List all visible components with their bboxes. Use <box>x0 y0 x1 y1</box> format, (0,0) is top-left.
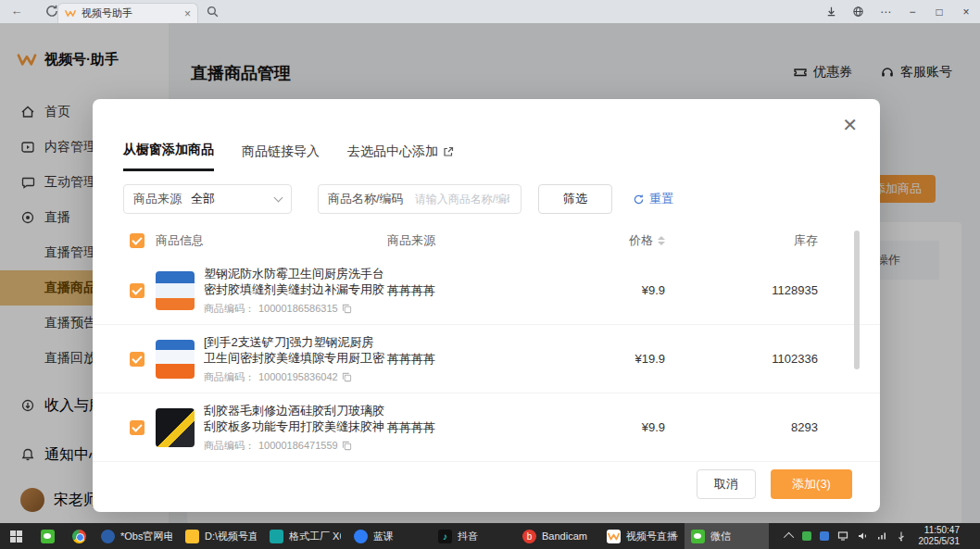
lanke-icon <box>354 530 368 543</box>
download-icon[interactable] <box>825 6 838 18</box>
close-button[interactable]: × <box>960 6 973 19</box>
column-price[interactable]: 价格 <box>545 232 665 249</box>
source-select[interactable]: 商品来源 全部 <box>123 184 292 214</box>
product-stock: 8293 <box>665 420 818 434</box>
browser-tab[interactable]: 视频号助手 × <box>57 3 198 23</box>
modal-tabs: 从橱窗添加商品 商品链接导入 去选品中心添加 <box>93 99 880 171</box>
chrome-icon[interactable] <box>63 523 94 549</box>
row-checkbox[interactable] <box>130 420 144 435</box>
tray-blue-icon[interactable] <box>820 531 829 541</box>
copy-icon[interactable] <box>342 441 352 451</box>
tab-title: 视频号助手 <box>82 6 179 20</box>
app-page: 视频号·助手 首页 内容管理 互动管理 直播 直播管理 直 <box>0 23 980 523</box>
maximize-button[interactable]: □ <box>933 6 946 19</box>
menu-more-icon[interactable]: ⋯ <box>879 6 892 19</box>
taskbar-app-live-companion[interactable]: 视频号直播伴侣 <box>600 523 685 549</box>
product-code: 商品编码：10000186471559 <box>204 439 385 453</box>
wechat-icon <box>691 530 705 543</box>
filter-button[interactable]: 筛选 <box>538 184 612 214</box>
select-all-checkbox[interactable] <box>130 233 144 248</box>
douyin-icon: ♪ <box>438 530 452 543</box>
minimize-button[interactable]: − <box>906 6 919 19</box>
product-code: 商品编码：10000186586315 <box>204 302 385 316</box>
product-thumbnail <box>156 408 195 447</box>
table-header: 商品信息 商品来源 价格 库存 <box>93 225 880 256</box>
system-tray[interactable] <box>802 530 907 542</box>
channels-favicon <box>65 8 76 19</box>
table-row: 塑钢泥防水防霉卫生间厨房洗手台密封胶填缝剂美缝封边补漏专用胶150ml... 商… <box>93 256 880 325</box>
browser-titlebar: ← 视频号助手 × ⋯ − □ × <box>0 0 980 23</box>
reset-button[interactable]: 重置 <box>633 191 673 207</box>
name-search-box: 商品名称/编码 <box>318 184 521 214</box>
table-row: [到手2支送铲刀]强力塑钢泥厨房卫生间密封胶美缝填隙专用厨卫密封胶150M...… <box>93 325 880 393</box>
reset-icon <box>633 193 645 206</box>
taskbar-app-wechat[interactable]: 微信 <box>685 523 769 549</box>
product-title: [到手2支送铲刀]强力塑钢泥厨房卫生间密封胶美缝填隙专用厨卫密封胶150M... <box>204 334 385 366</box>
product-source: 苒苒苒苒 <box>387 282 545 299</box>
scrollbar[interactable] <box>854 231 860 369</box>
copy-icon[interactable] <box>342 372 352 382</box>
taskbar-app-folder[interactable]: D:\视频号直播... <box>179 523 263 549</box>
column-info: 商品信息 <box>156 232 387 249</box>
start-button[interactable] <box>0 523 31 549</box>
product-price: ¥9.9 <box>545 283 665 297</box>
tab-close-icon[interactable]: × <box>184 7 191 20</box>
folder-icon <box>185 530 199 543</box>
external-link-icon <box>443 146 454 157</box>
windows-taskbar: *Obs官网电脑... D:\视频号直播... 格式工厂 X64 ... 蓝课 … <box>0 523 980 549</box>
confirm-add-button[interactable]: 添加(3) <box>771 469 852 499</box>
tray-network-icon[interactable] <box>876 530 887 542</box>
product-source: 苒苒苒苒 <box>387 351 545 368</box>
tab-from-showcase[interactable]: 从橱窗添加商品 <box>123 142 214 171</box>
taskbar-app-douyin[interactable]: ♪ 抖音 <box>432 523 516 549</box>
table-row: 刮胶器毛刺修边酒硅胶刮刀玻璃胶刮胶板多功能专用打胶美缝抹胶神器 商品编码：100… <box>93 393 880 462</box>
product-price: ¥19.9 <box>545 352 665 366</box>
back-icon[interactable]: ← <box>9 4 24 19</box>
product-stock: 1128935 <box>665 283 818 297</box>
name-search-input[interactable] <box>413 192 511 206</box>
tray-green-icon[interactable] <box>802 531 811 541</box>
search-icon[interactable] <box>206 5 220 19</box>
tray-usb-icon[interactable] <box>896 530 907 542</box>
tab-selection-center[interactable]: 去选品中心添加 <box>347 142 454 171</box>
wechat-pinned-icon[interactable] <box>31 523 63 549</box>
product-source: 苒苒苒苒 <box>387 419 545 436</box>
row-checkbox[interactable] <box>130 352 144 367</box>
product-title: 塑钢泥防水防霉卫生间厨房洗手台密封胶填缝剂美缝封边补漏专用胶150ml... <box>204 266 385 297</box>
taskbar-app-formatfactory[interactable]: 格式工厂 X64 ... <box>263 523 347 549</box>
taskbar-app-lanke[interactable]: 蓝课 <box>347 523 432 549</box>
product-code: 商品编码：10000195836042 <box>204 370 385 384</box>
copy-icon[interactable] <box>342 304 352 314</box>
globe-icon[interactable] <box>852 6 865 18</box>
tray-volume-icon[interactable] <box>857 530 868 542</box>
taskbar-app-bandicam[interactable]: b Bandicam <box>516 523 600 549</box>
product-stock: 1102336 <box>665 352 818 366</box>
product-thumbnail <box>156 340 195 379</box>
filter-bar: 商品来源 全部 商品名称/编码 筛选 重置 <box>123 184 849 214</box>
bandicam-icon: b <box>522 530 536 543</box>
format-factory-icon <box>270 530 283 543</box>
column-source: 商品来源 <box>387 232 545 249</box>
obs-page-icon <box>101 530 115 543</box>
product-price: ¥9.9 <box>545 420 665 434</box>
modal-close-icon[interactable]: ✕ <box>842 116 858 134</box>
column-stock: 库存 <box>665 232 818 249</box>
taskbar-app-obs[interactable]: *Obs官网电脑... <box>94 523 179 549</box>
product-thumbnail <box>156 271 195 310</box>
channels-companion-icon <box>607 530 621 543</box>
row-checkbox[interactable] <box>130 283 144 298</box>
chevron-down-icon <box>274 193 283 203</box>
add-goods-modal: ✕ 从橱窗添加商品 商品链接导入 去选品中心添加 商品来源 全部 商品名称/编码 <box>93 99 880 512</box>
product-title: 刮胶器毛刺修边酒硅胶刮刀玻璃胶刮胶板多功能专用打胶美缝抹胶神器 <box>204 403 385 434</box>
sort-icon[interactable] <box>658 236 665 245</box>
taskbar-clock[interactable]: 11:50:47 2025/5/31 <box>915 525 966 547</box>
tray-display-icon[interactable] <box>837 530 848 542</box>
tab-link-import[interactable]: 商品链接导入 <box>242 142 320 171</box>
tray-expand-icon[interactable] <box>783 532 793 543</box>
cancel-button[interactable]: 取消 <box>697 469 756 499</box>
